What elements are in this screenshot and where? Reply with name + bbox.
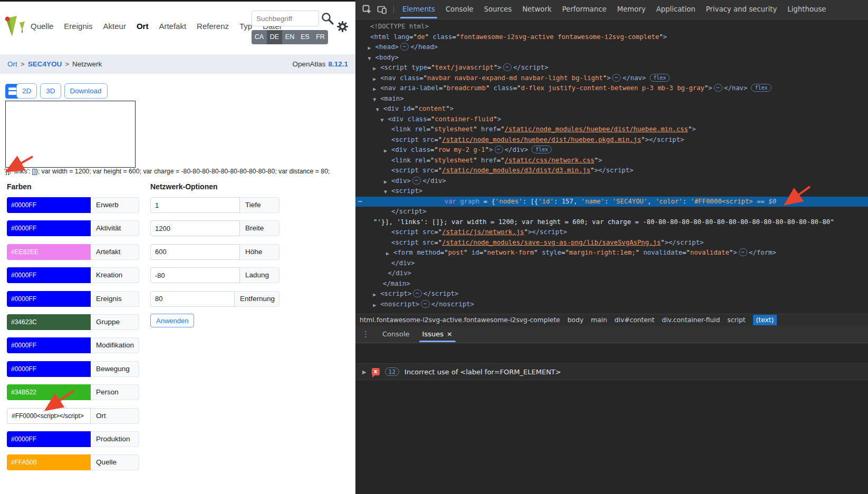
dom-tree-node[interactable]: ▶<div class="row my-2 g-1">⋯</div>flex	[355, 145, 868, 156]
drawer-tab-console[interactable]: Console	[377, 326, 415, 342]
twisty-collapsed-icon[interactable]: ▶	[386, 248, 389, 259]
dom-tree-node[interactable]: ▼<main>	[355, 94, 868, 104]
close-icon[interactable]: ×	[447, 330, 452, 338]
collapsed-content-icon[interactable]: ⋯	[412, 177, 421, 185]
option-input-entfernung[interactable]	[150, 291, 235, 307]
color-swatch-input[interactable]: #0000FF	[7, 337, 91, 353]
search-input[interactable]	[252, 11, 319, 26]
color-swatch-input[interactable]: #0000FF	[7, 220, 91, 236]
nav-item-referenz[interactable]: Referenz	[197, 22, 229, 31]
collapsed-content-icon[interactable]: ⋯	[413, 289, 421, 297]
devtools-tab-memory[interactable]: Memory	[612, 1, 651, 18]
twisty-expanded-icon[interactable]: ▼	[376, 104, 379, 115]
twisty-expanded-icon[interactable]: ▼	[373, 94, 376, 105]
dom-breadcrumb-item[interactable]: main	[591, 316, 607, 324]
nav-item-akteur[interactable]: Akteur	[103, 22, 126, 31]
color-swatch-input[interactable]: #34623C	[7, 314, 91, 330]
toolbar-button-3d[interactable]: 3D	[40, 83, 61, 99]
dom-tree-node[interactable]: ▶<form method="post" id="network-form" s…	[355, 248, 868, 258]
dom-tree-node[interactable]: <script src="/static/js/network.js"></sc…	[355, 227, 868, 238]
dom-breadcrumb-item[interactable]: (text)	[753, 315, 777, 325]
devtools-tab-sources[interactable]: Sources	[479, 1, 517, 18]
nav-item-ort[interactable]: Ort	[137, 22, 149, 31]
dom-tree-node[interactable]: ▼<script>	[355, 186, 868, 197]
dom-tree-node[interactable]: ▶<script>⋯</script>	[355, 289, 868, 299]
nav-item-quelle[interactable]: Quelle	[31, 22, 53, 31]
color-swatch-input[interactable]: #EE82EE	[7, 244, 91, 260]
dom-breadcrumb-item[interactable]: div#content	[614, 316, 654, 324]
dom-tree-node[interactable]: ⋯var graph = {'nodes': [{'id': 157, 'nam…	[355, 197, 868, 207]
dom-tree-node[interactable]: <html lang="de" class="fontawesome-i2svg…	[355, 32, 868, 43]
color-swatch-input[interactable]: #0000FF	[7, 291, 91, 307]
drawer-tab-issues[interactable]: Issues×	[417, 326, 458, 342]
dom-tree-node[interactable]: <link rel="stylesheet" href="/static/css…	[355, 156, 868, 166]
flex-badge[interactable]: flex	[751, 84, 771, 92]
twisty-collapsed-icon[interactable]: ▶	[368, 43, 371, 53]
twisty-expanded-icon[interactable]: ▼	[384, 187, 387, 197]
dom-tree-node[interactable]: ▶<nav aria-label="breadcrumb" class="d-f…	[355, 83, 868, 94]
dom-tree-node[interactable]: "'}], 'links': []}; var width = 1200; va…	[355, 217, 868, 228]
dom-tree-node[interactable]: ▼<div class="container-fluid">	[355, 114, 868, 125]
dom-breadcrumb-item[interactable]: html.fontawesome-i2svg-active.fontawesom…	[360, 316, 560, 324]
color-swatch-input[interactable]: #0000FF	[7, 361, 91, 377]
language-option-fr[interactable]: FR	[313, 30, 328, 44]
dom-tree-node[interactable]: ▶<head>⋯</head>	[355, 42, 868, 53]
twisty-collapsed-icon[interactable]: ▶	[384, 146, 387, 156]
dom-tree-node[interactable]: <link rel="stylesheet" href="/static/nod…	[355, 124, 868, 135]
dom-tree-node[interactable]: ▶<div>⋯</div>	[355, 176, 868, 187]
dom-tree-node[interactable]: <script src="/static/node_modules/save-s…	[355, 238, 868, 248]
flex-badge[interactable]: flex	[650, 74, 670, 82]
dom-tree-node[interactable]: ▶<script type="text/javascript">⋯</scrip…	[355, 63, 868, 73]
option-input-ladung[interactable]	[150, 267, 240, 283]
dom-tree-node[interactable]: <script src="/static/node_modules/huebee…	[355, 135, 868, 146]
language-option-ca[interactable]: CA	[252, 30, 267, 44]
twisty-collapsed-icon[interactable]: ▶	[373, 84, 376, 94]
nav-item-ereignis[interactable]: Ereignis	[64, 22, 92, 31]
expand-arrow-icon[interactable]: ▶	[362, 369, 367, 375]
dom-tree-node[interactable]: ▼<div id="content">	[355, 104, 868, 114]
dom-tree-node[interactable]: </div>	[355, 258, 868, 269]
devtools-tab-privacy-and-security[interactable]: Privacy and security	[701, 1, 783, 18]
twisty-expanded-icon[interactable]: ▼	[368, 53, 371, 64]
devtools-tab-lighthouse[interactable]: Lighthouse	[782, 1, 831, 18]
language-option-en[interactable]: EN	[282, 30, 297, 44]
app-version-link[interactable]: 8.12.1	[328, 60, 348, 68]
twisty-collapsed-icon[interactable]: ▶	[373, 300, 376, 311]
color-swatch-input[interactable]: #FFA500	[7, 454, 91, 470]
collapsed-content-icon[interactable]: ⋯	[612, 74, 621, 82]
dom-tree-node[interactable]: ▶<nav class="navbar navbar-expand-md nav…	[355, 73, 868, 84]
dom-tree-node[interactable]: ▼<body>	[355, 53, 868, 63]
collapsed-content-icon[interactable]: ⋯	[714, 84, 722, 92]
dom-tree-node[interactable]: <!DOCTYPE html>	[355, 22, 868, 32]
color-swatch-input[interactable]: #0000FF	[7, 197, 91, 213]
apply-button[interactable]: Anwenden	[150, 314, 194, 327]
twisty-collapsed-icon[interactable]: ▶	[373, 289, 376, 300]
breadcrumb-item-ort[interactable]: Ort	[7, 60, 17, 68]
twisty-expanded-icon[interactable]: ▼	[381, 115, 384, 125]
breadcrumb-item-sec4you[interactable]: SEC4YOU	[28, 60, 62, 68]
nav-item-typ[interactable]: Typ	[239, 22, 252, 31]
color-swatch-input[interactable]: #0000FF	[7, 267, 91, 283]
dom-breadcrumb-item[interactable]: script	[727, 316, 745, 324]
search-icon[interactable]	[321, 12, 334, 25]
collapsed-content-icon[interactable]: ⋯	[421, 300, 429, 308]
twisty-collapsed-icon[interactable]: ▶	[373, 74, 376, 84]
collapsed-content-icon[interactable]: ⋯	[495, 146, 503, 153]
devtools-tab-performance[interactable]: Performance	[557, 1, 612, 18]
collapsed-content-icon[interactable]: ⋯	[400, 43, 409, 51]
device-toolbar-icon[interactable]	[377, 4, 387, 15]
network-canvas[interactable]	[5, 101, 136, 168]
issue-row[interactable]: ▶ x 12 Incorrect use of <label for=FORM_…	[355, 364, 868, 380]
color-swatch-input[interactable]: #0000FF	[7, 431, 91, 447]
devtools-tab-network[interactable]: Network	[517, 1, 557, 18]
node-menu-dots-icon[interactable]: ⋯	[358, 197, 362, 207]
dom-tree-node[interactable]: </main>	[355, 279, 868, 289]
devtools-tab-application[interactable]: Application	[651, 1, 700, 18]
toolbar-button-download[interactable]: Download	[64, 83, 108, 99]
dom-breadcrumb-item[interactable]: div.container-fluid	[662, 316, 720, 324]
flex-badge[interactable]: flex	[532, 146, 552, 153]
collapsed-content-icon[interactable]: ⋯	[503, 63, 512, 71]
collapsed-content-icon[interactable]: ⋯	[739, 248, 747, 256]
option-input-breite[interactable]	[150, 220, 240, 236]
nav-item-artefakt[interactable]: Artefakt	[159, 22, 186, 31]
